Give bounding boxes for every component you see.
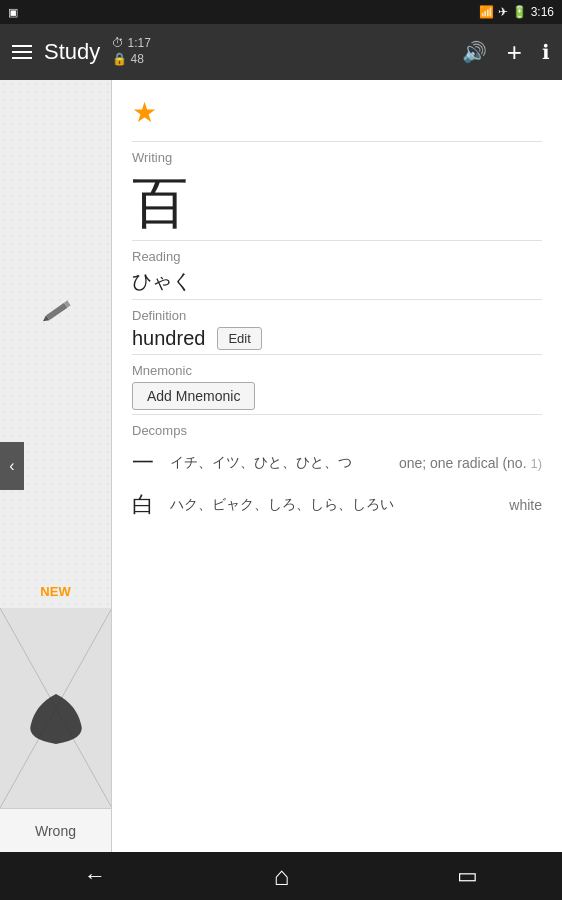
count-display: 🔒 48: [112, 52, 151, 68]
kanji-character: 百: [132, 169, 542, 236]
decomp-row-0[interactable]: 一 イチ、イツ、ひと、ひと、つ one; one radical (no. 1): [132, 442, 542, 484]
status-left: ▣: [8, 6, 18, 19]
decomp-char-1: 白: [132, 490, 160, 520]
timer-display: ⏱ 1:17: [112, 36, 151, 52]
status-right: 📶 ✈ 🔋 3:16: [479, 5, 554, 19]
mnemonic-divider: [132, 354, 542, 355]
hamburger-menu[interactable]: [12, 45, 32, 59]
writing-label: Writing: [132, 150, 542, 165]
bottom-nav: ← ⌂ ▭: [0, 852, 562, 900]
top-bar: Study ⏱ 1:17 🔒 48 🔊 + ℹ: [0, 24, 562, 80]
page-title: Study: [44, 39, 100, 65]
clock-time: 3:16: [531, 5, 554, 19]
battery-icon: 🔋: [512, 5, 527, 19]
home-nav-button[interactable]: ⌂: [274, 861, 290, 892]
canvas-texture: [0, 80, 111, 608]
back-arrow-button[interactable]: ‹: [0, 442, 24, 490]
new-badge: NEW: [40, 582, 70, 600]
top-bar-left: Study ⏱ 1:17 🔒 48: [12, 36, 151, 67]
info-button[interactable]: ℹ: [542, 40, 550, 64]
sidebar: NEW Wrong ‹: [0, 80, 112, 852]
top-bar-icons: 🔊 + ℹ: [462, 37, 550, 68]
definition-text: hundred: [132, 327, 205, 350]
status-bar: ▣ 📶 ✈ 🔋 3:16: [0, 0, 562, 24]
mnemonic-label: Mnemonic: [132, 363, 542, 378]
decomp-meaning-1: white: [509, 497, 542, 513]
add-mnemonic-button[interactable]: Add Mnemonic: [132, 382, 255, 410]
decomp-char-0: 一: [132, 448, 160, 478]
reading-text: ひゃく: [132, 268, 542, 295]
airplane-icon: ✈: [498, 5, 508, 19]
screen-icon: ▣: [8, 6, 18, 19]
decomp-meaning-0: one; one radical (no. 1): [399, 455, 542, 471]
timer-icon: ⏱: [112, 36, 124, 50]
edit-button[interactable]: Edit: [217, 327, 261, 350]
star-button[interactable]: ★: [132, 96, 542, 129]
decomps-list: 一 イチ、イツ、ひと、ひと、つ one; one radical (no. 1)…: [132, 442, 542, 526]
decomp-readings-0: イチ、イツ、ひと、ひと、つ: [170, 454, 389, 472]
writing-divider: [132, 141, 542, 142]
main-layout: NEW Wrong ‹ ★: [0, 80, 562, 852]
recent-nav-button[interactable]: ▭: [457, 863, 478, 889]
lock-icon: 🔒: [112, 52, 127, 66]
brush-stroke: [21, 694, 91, 748]
decomp-readings-1: ハク、ビャク、しろ、しら、しろい: [170, 496, 499, 514]
reading-divider: [132, 240, 542, 241]
definition-divider: [132, 299, 542, 300]
top-bar-meta: ⏱ 1:17 🔒 48: [112, 36, 151, 67]
wrong-button[interactable]: Wrong: [0, 808, 111, 852]
definition-label: Definition: [132, 308, 542, 323]
back-arrow-icon: ‹: [9, 457, 14, 475]
wifi-icon: 📶: [479, 5, 494, 19]
reading-label: Reading: [132, 249, 542, 264]
sound-button[interactable]: 🔊: [462, 40, 487, 64]
add-button[interactable]: +: [507, 37, 522, 68]
drawing-canvas[interactable]: NEW: [0, 80, 111, 608]
stroke-area[interactable]: [0, 608, 111, 808]
back-nav-button[interactable]: ←: [84, 863, 106, 889]
content-panel: ★ Writing 百 Reading ひゃく Definition hundr…: [112, 80, 562, 852]
definition-row: hundred Edit: [132, 327, 542, 350]
decomps-label: Decomps: [132, 423, 542, 438]
decomps-divider: [132, 414, 542, 415]
decomp-row-1[interactable]: 白 ハク、ビャク、しろ、しら、しろい white: [132, 484, 542, 526]
